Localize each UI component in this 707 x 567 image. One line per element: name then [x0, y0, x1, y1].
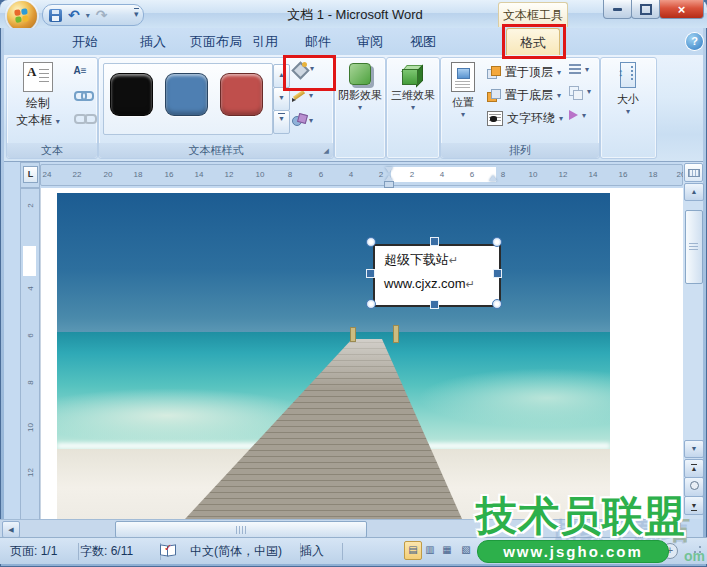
gallery-scroll-up[interactable]: ▲ [273, 64, 290, 88]
resize-handle-nw[interactable] [366, 237, 376, 247]
align-icon [569, 64, 581, 74]
help-icon[interactable]: ? [686, 33, 703, 50]
resize-handle-sw[interactable] [366, 299, 376, 309]
shape-fill-button[interactable]: ▾ [292, 62, 314, 74]
scroll-left-button[interactable]: ◀ [2, 521, 20, 538]
group-objects-icon [569, 86, 579, 96]
view-print-layout-button[interactable]: ▤ [404, 541, 422, 560]
resize-handle-e[interactable] [493, 269, 502, 278]
vertical-scroll-thumb[interactable] [685, 210, 703, 284]
style-swatch-black[interactable] [110, 73, 153, 116]
chevron-down-icon[interactable]: ▾ [309, 91, 313, 100]
v-ruler-tick-label: 8 [26, 374, 35, 392]
office-button[interactable] [7, 1, 37, 31]
view-fullscreen-reading-button[interactable]: ▥ [421, 541, 439, 560]
h-ruler-tick-label: 16 [617, 170, 629, 179]
broken-link-icon [74, 114, 87, 124]
select-browse-object-button[interactable] [684, 477, 704, 497]
resize-handle-w[interactable] [366, 269, 375, 278]
selected-textbox[interactable]: 超级下载站↵ www.cjxz.com↵ [373, 244, 501, 307]
style-gallery [103, 63, 273, 135]
tab-view[interactable]: 视图 [400, 28, 446, 54]
v-ruler-tick-label: 10 [26, 419, 35, 437]
previous-page-button[interactable]: ▲ [684, 459, 704, 478]
text-direction-button[interactable]: A≡ [69, 63, 91, 81]
gallery-scroll-down[interactable]: ▼ [273, 87, 290, 111]
scroll-down-button[interactable]: ▼ [684, 440, 704, 458]
view-web-layout-button[interactable]: ▦ [438, 541, 456, 560]
tab-insert[interactable]: 插入 [130, 28, 176, 54]
resize-handle-se[interactable] [492, 299, 502, 309]
page-number-indicator[interactable]: 页面: 1/1 [10, 543, 79, 560]
vertical-ruler: 24681012 [20, 188, 40, 521]
photo-sky [57, 193, 610, 332]
group-size: 大小 ▾ [600, 57, 657, 159]
size-button[interactable]: 大小 ▾ [605, 62, 651, 116]
minimize-button[interactable] [603, 0, 632, 19]
redo-button[interactable]: ↷ [96, 8, 108, 22]
h-ruler-tick-label: 2 [406, 170, 418, 179]
create-link-button[interactable] [69, 88, 91, 106]
contextual-tab-group-label: 文本框工具 [498, 2, 568, 27]
style-swatch-blue[interactable] [165, 73, 208, 116]
tab-home[interactable]: 开始 [62, 28, 108, 54]
textbox-line-2[interactable]: www.cjxz.com↵ [384, 276, 475, 291]
beach-pier-photo[interactable] [57, 193, 610, 519]
scroll-up-button[interactable]: ▲ [684, 183, 704, 201]
first-line-indent-marker[interactable] [385, 167, 393, 173]
3d-effects-button[interactable]: 三维效果 ▾ [390, 61, 436, 112]
text-wrapping-icon [487, 111, 503, 126]
tab-review[interactable]: 审阅 [347, 28, 393, 54]
horizontal-scroll-thumb[interactable] [115, 521, 367, 538]
textbox-line-1[interactable]: 超级下载站↵ [384, 251, 458, 269]
resize-handle-s[interactable] [430, 300, 439, 309]
gallery-more-button[interactable]: ▼ [273, 110, 290, 134]
bring-to-front-button[interactable]: 置于顶层 ▾ [487, 64, 561, 81]
break-link-button[interactable] [69, 111, 91, 129]
tab-stop-selector[interactable]: L [23, 166, 38, 183]
view-ruler-toggle[interactable] [684, 163, 703, 182]
group-button[interactable]: ▾ [569, 86, 591, 96]
word-count-indicator[interactable]: 字数: 6/11 [80, 543, 161, 560]
language-indicator[interactable]: 中文(简体，中国) [190, 543, 301, 560]
send-to-back-button[interactable]: 置于底层 ▾ [487, 87, 561, 104]
change-shape-button[interactable]: ▾ [292, 114, 313, 126]
rotate-button[interactable]: ▾ [569, 110, 586, 120]
resize-handle-n[interactable] [430, 237, 439, 246]
paragraph-mark: ↵ [449, 254, 458, 266]
undo-button[interactable]: ↶ [68, 8, 80, 22]
shape-outline-button[interactable]: ▾ [292, 89, 313, 101]
resize-handle-ne[interactable] [492, 237, 502, 247]
qat-customize-icon[interactable]: ▾ [134, 8, 139, 19]
tab-format[interactable]: 格式 [506, 28, 560, 55]
text-wrapping-button[interactable]: 文字环绕 ▾ [487, 110, 563, 127]
chevron-down-icon: ▾ [559, 114, 563, 123]
dialog-launcher-icon[interactable]: ◢ [324, 146, 329, 156]
office-logo-icon [14, 8, 30, 24]
link-icon [74, 91, 87, 101]
shadow-effects-button[interactable]: 阴影效果 ▾ [337, 61, 383, 112]
spell-check-icon[interactable]: ✓ [160, 544, 176, 556]
restore-button[interactable] [631, 0, 660, 19]
chevron-down-icon[interactable]: ▾ [310, 64, 314, 73]
left-indent-marker[interactable] [384, 181, 394, 188]
save-icon[interactable] [49, 9, 62, 22]
position-button[interactable]: 位置 ▾ [445, 62, 481, 119]
view-outline-button[interactable]: ▧ [457, 541, 475, 560]
group-arrange: 位置 ▾ 置于顶层 ▾ 置于底层 ▾ 文字环绕 ▾ ▾ ▾ ▾ 排列 [440, 57, 600, 159]
v-ruler-tick-label: 2 [26, 197, 35, 215]
draw-textbox-button[interactable]: A 绘制 文本框 ▾ [13, 62, 63, 129]
insert-mode-indicator[interactable]: 插入 [300, 543, 343, 560]
align-button[interactable]: ▾ [569, 64, 589, 74]
tab-references[interactable]: 引用 [242, 28, 288, 54]
undo-dropdown-icon[interactable]: ▾ [86, 11, 90, 20]
change-shape-icon [292, 114, 306, 126]
ruler-corner: L [20, 162, 40, 188]
chevron-down-icon[interactable]: ▾ [309, 116, 313, 125]
horizontal-ruler: 242220181614121086422468101214161820 [40, 164, 683, 186]
tab-mailings[interactable]: 邮件 [295, 28, 341, 54]
right-indent-marker[interactable] [489, 175, 497, 181]
style-swatch-red[interactable] [220, 73, 263, 116]
close-button[interactable]: × [659, 0, 704, 19]
group-textbox-styles: ▲ ▼ ▼ ▾ ▾ ▾ 文本框样式 ◢ [98, 57, 334, 159]
